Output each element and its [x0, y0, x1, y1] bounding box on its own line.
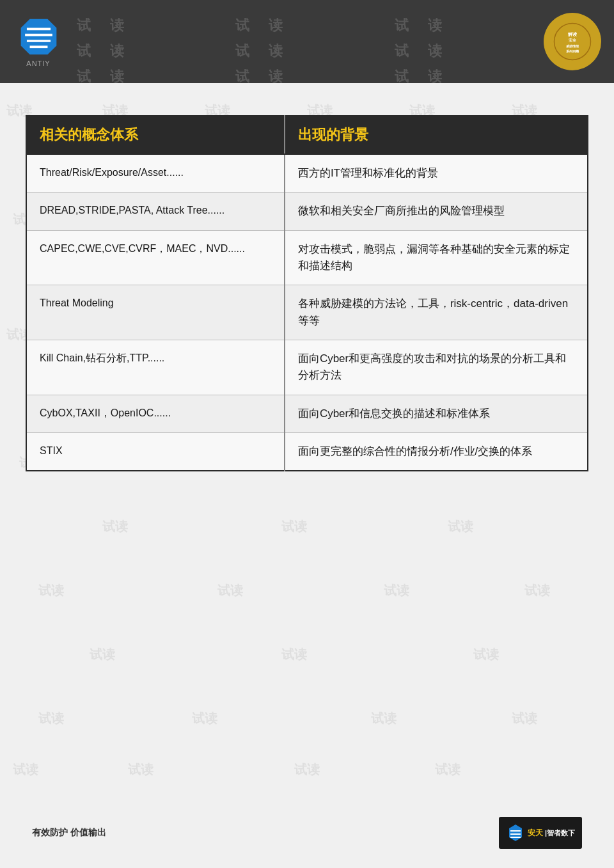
footer-right: 安天 |智者数下 — [499, 817, 582, 849]
concept-cell: CybOX,TAXII，OpenIOC...... — [26, 395, 285, 432]
svg-text:威胁情报: 威胁情报 — [565, 44, 579, 48]
footer-logo-slogan: |智者数下 — [545, 828, 575, 838]
background-cell: 微软和相关安全厂商所推出的风险管理模型 — [285, 193, 588, 230]
watermark-row-1: 试读 试读 试读 试读 试读 试读 试读 试读 — [77, 16, 531, 35]
concept-cell: DREAD,STRIDE,PASTA, Attack Tree...... — [26, 193, 285, 230]
svg-marker-10 — [509, 825, 522, 841]
bwm33: 试读 — [38, 582, 64, 599]
watermark-row-2: 试读 试读 试读 试读 试读 试读 试读 试读 — [77, 42, 531, 61]
footer-left-text: 有效防护 价值输出 — [32, 827, 106, 839]
bwm46: 试读 — [294, 761, 320, 778]
table-row: Kill Chain,钻石分析,TTP......面向Cyber和更高强度的攻击… — [26, 340, 588, 395]
header-right-logo-inner: 解读 安全 威胁情报 系列四圈 — [544, 13, 601, 70]
table-row: CAPEC,CWE,CVE,CVRF，MAEC，NVD......对攻击模式，脆… — [26, 230, 588, 285]
concept-cell: Threat/Risk/Exposure/Asset...... — [26, 154, 285, 193]
antiy-logo-icon — [18, 16, 59, 58]
col1-header: 相关的概念体系 — [26, 116, 285, 154]
header-watermark-area: 试读 试读 试读 试读 试读 试读 试读 试读 试读 试读 试读 试读 试读 试… — [77, 0, 531, 83]
bwm30: 试读 — [102, 518, 128, 535]
bwm43: 试读 — [512, 710, 537, 727]
right-logo-icon: 解读 安全 威胁情报 系列四圈 — [553, 22, 592, 61]
bwm37: 试读 — [90, 646, 115, 663]
footer-logo-brand: 安天 — [528, 828, 543, 839]
table-row: DREAD,STRIDE,PASTA, Attack Tree......微软和… — [26, 193, 588, 230]
bwm45: 试读 — [128, 761, 154, 778]
logo-area: ANTIY — [0, 0, 77, 83]
footer-logo: 安天 |智者数下 — [499, 817, 582, 849]
background-cell: 西方的IT管理和标准化的背景 — [285, 154, 588, 193]
bwm42: 试读 — [371, 710, 397, 727]
background-cell: 各种威胁建模的方法论，工具，risk-centric，data-driven等等 — [285, 285, 588, 340]
bwm41: 试读 — [192, 710, 217, 727]
header-right-logo: 解读 安全 威胁情报 系列四圈 — [531, 0, 614, 83]
col2-header: 出现的背景 — [285, 116, 588, 154]
concept-table: 相关的概念体系 出现的背景 Threat/Risk/Exposure/Asset… — [26, 115, 588, 471]
bwm39: 试读 — [473, 646, 499, 663]
bwm44: 试读 — [13, 761, 38, 778]
main-content: 相关的概念体系 出现的背景 Threat/Risk/Exposure/Asset… — [0, 83, 614, 503]
antiy-label: ANTIY — [26, 59, 50, 67]
concept-cell: Kill Chain,钻石分析,TTP...... — [26, 340, 285, 395]
table-row: STIX面向更完整的综合性的情报分析/作业/交换的体系 — [26, 433, 588, 471]
svg-text:解读: 解读 — [567, 31, 577, 37]
background-cell: 面向Cyber和信息交换的描述和标准体系 — [285, 395, 588, 432]
bwm32: 试读 — [448, 518, 473, 535]
bwm35: 试读 — [384, 582, 409, 599]
table-row: CybOX,TAXII，OpenIOC......面向Cyber和信息交换的描述… — [26, 395, 588, 432]
background-cell: 面向Cyber和更高强度的攻击和对抗的场景的分析工具和分析方法 — [285, 340, 588, 395]
table-row: Threat Modeling各种威胁建模的方法论，工具，risk-centri… — [26, 285, 588, 340]
background-cell: 面向更完整的综合性的情报分析/作业/交换的体系 — [285, 433, 588, 471]
footer: 有效防护 价值输出 安天 |智者数下 — [0, 817, 614, 849]
concept-cell: Threat Modeling — [26, 285, 285, 340]
table-header-row: 相关的概念体系 出现的背景 — [26, 116, 588, 154]
bwm36: 试读 — [524, 582, 550, 599]
footer-logo-icon — [506, 823, 525, 842]
concept-cell: STIX — [26, 433, 285, 471]
background-cell: 对攻击模式，脆弱点，漏洞等各种基础的安全元素的标定和描述结构 — [285, 230, 588, 285]
bwm40: 试读 — [38, 710, 64, 727]
bwm34: 试读 — [217, 582, 243, 599]
svg-text:系列四圈: 系列四圈 — [566, 49, 579, 53]
bwm47: 试读 — [435, 761, 460, 778]
concept-cell: CAPEC,CWE,CVE,CVRF，MAEC，NVD...... — [26, 230, 285, 285]
svg-marker-0 — [20, 19, 56, 55]
header: ANTIY 试读 试读 试读 试读 试读 试读 试读 试读 试读 试读 试读 试… — [0, 0, 614, 83]
watermark-row-3: 试读 试读 试读 试读 试读 试读 试读 试读 — [77, 67, 531, 83]
table-row: Threat/Risk/Exposure/Asset......西方的IT管理和… — [26, 154, 588, 193]
bwm38: 试读 — [281, 646, 307, 663]
bwm31: 试读 — [281, 518, 307, 535]
svg-text:安全: 安全 — [568, 38, 577, 42]
